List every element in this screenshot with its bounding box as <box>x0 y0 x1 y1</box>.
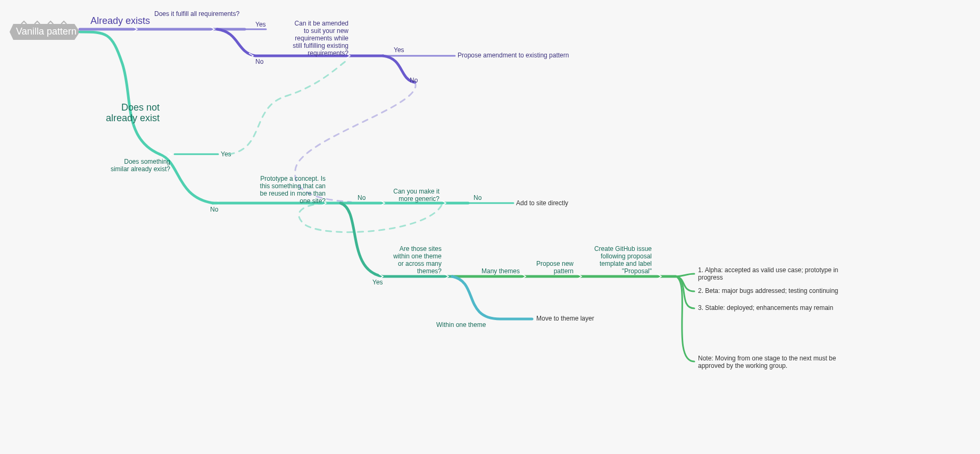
beta: 2. Beta: major bugs addressed; testing c… <box>698 287 838 295</box>
q-themes-l3: or across many <box>398 260 442 267</box>
github-l1: Create GitHub issue <box>594 245 652 253</box>
q-amend-l3: requirements while <box>295 35 348 42</box>
propose-new-l1: Propose new <box>536 260 574 267</box>
yes2: Yes <box>394 46 404 54</box>
no2: No <box>410 77 418 84</box>
q-similar-l1: Does something <box>124 158 170 165</box>
label-already-exists: Already exists <box>90 15 150 26</box>
add-site: Add to site directly <box>516 199 568 207</box>
within-theme-path <box>452 276 532 319</box>
stable: 3. Stable: deployed; enhancements may re… <box>698 304 833 312</box>
q-themes-l2: within one theme <box>393 253 442 260</box>
note-l2: approved by the working group. <box>698 362 787 369</box>
note-l1: Note: Moving from one stage to the next … <box>698 355 836 362</box>
q-proto-l2: this something that can <box>260 182 326 190</box>
stage-stable-path <box>676 276 694 308</box>
no-generic: No <box>474 194 482 201</box>
no-proto: No <box>358 194 366 201</box>
q-generic-l2: more generic? <box>398 195 439 203</box>
label-notexist-l2: already exist <box>106 113 160 123</box>
alpha-l2: progress <box>698 274 723 281</box>
label-notexist-l1: Does not <box>121 102 160 113</box>
alpha-l1: 1. Alpha: accepted as valid use case; pr… <box>698 266 838 274</box>
move-theme: Move to theme layer <box>536 315 594 322</box>
stage-alpha-path <box>676 274 694 276</box>
many-themes: Many themes <box>481 267 520 275</box>
q-amend-l4: still fulfilling existing <box>293 42 348 49</box>
dashed-teal-loop <box>299 203 442 232</box>
yes1: Yes <box>255 21 266 28</box>
propose-new-l2: pattern <box>554 267 574 275</box>
trunk-teal <box>80 32 160 154</box>
root-label: Vanilla pattern <box>16 26 77 37</box>
stage-note-path <box>676 276 694 361</box>
q-amend-l2: to suit your new <box>304 27 348 35</box>
yes-proto: Yes <box>372 279 383 286</box>
github-l2: following proposal <box>601 253 652 260</box>
github-l3: template and label <box>600 260 652 267</box>
propose-amend: Propose amendment to existing pattern <box>458 52 569 59</box>
q-proto-l1: Prototype a concept. Is <box>260 175 326 182</box>
github-l4: "Proposal" <box>622 267 652 275</box>
decision-tree: Vanilla pattern Already exists Does it f… <box>0 0 980 454</box>
root-node: Vanilla pattern <box>10 21 80 40</box>
no-similar: No <box>210 206 219 213</box>
q-amend-l1: Can it be amended <box>295 20 348 27</box>
no1: No <box>255 58 264 65</box>
q-themes-l4: themes? <box>417 267 442 275</box>
q-similar-l2: similar already exist? <box>111 165 170 173</box>
q-amend-l5: requirements? <box>308 49 348 57</box>
q-fulfill-1: Does it fulfill all requirements? <box>154 10 239 18</box>
q-generic-l1: Can you make it <box>393 188 439 195</box>
within-theme: Within one theme <box>436 321 486 329</box>
q-themes-l1: Are those sites <box>400 245 442 253</box>
q-proto-l3: be reused in more than <box>260 190 326 197</box>
